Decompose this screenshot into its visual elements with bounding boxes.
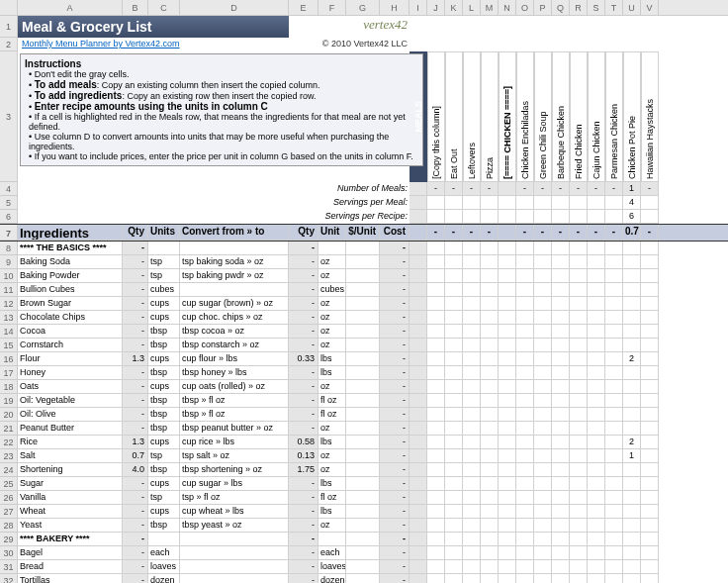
- recipe-amount-cell[interactable]: [641, 505, 659, 519]
- cell-f[interactable]: oz: [318, 463, 346, 477]
- recipe-amount-cell[interactable]: [481, 477, 499, 491]
- row-header[interactable]: 23: [0, 449, 18, 463]
- recipe-amount-cell[interactable]: [427, 477, 445, 491]
- cell-g[interactable]: [346, 519, 380, 533]
- meal-summary-cell[interactable]: -: [427, 182, 445, 196]
- recipe-amount-cell[interactable]: [499, 325, 516, 339]
- cell-d[interactable]: tbsp shortening » oz: [180, 463, 289, 477]
- cell-a[interactable]: Baking Soda: [18, 255, 123, 269]
- recipe-amount-cell[interactable]: [641, 380, 659, 394]
- cell-a[interactable]: Chocolate Chips: [18, 311, 123, 325]
- cell-d[interactable]: tbsp » fl oz: [180, 394, 289, 408]
- recipe-amount-cell[interactable]: [463, 255, 481, 269]
- recipe-amount-cell[interactable]: [463, 533, 481, 546]
- recipe-amount-cell[interactable]: [516, 297, 534, 311]
- cell-a[interactable]: Yeast: [18, 519, 123, 533]
- cell-f[interactable]: oz: [318, 297, 346, 311]
- cell-c[interactable]: tbsp: [148, 422, 180, 436]
- meal-column-header[interactable]: Leftovers: [467, 62, 477, 181]
- cell-d[interactable]: cup oats (rolled) » oz: [180, 380, 289, 394]
- recipe-amount-cell[interactable]: [641, 297, 659, 311]
- cell-a[interactable]: Sugar: [18, 477, 123, 491]
- recipe-amount-cell[interactable]: [463, 311, 481, 325]
- recipe-amount-cell[interactable]: [445, 505, 463, 519]
- cell-c[interactable]: [148, 533, 180, 546]
- cell-a[interactable]: Cornstarch: [18, 339, 123, 352]
- cell-a[interactable]: Vanilla: [18, 491, 123, 505]
- cell-a[interactable]: Rice: [18, 436, 123, 449]
- cell-f[interactable]: lbs: [318, 436, 346, 449]
- recipe-amount-cell[interactable]: [427, 505, 445, 519]
- recipe-amount-cell[interactable]: [499, 366, 516, 380]
- recipe-amount-cell[interactable]: [516, 352, 534, 366]
- recipe-amount-cell[interactable]: [481, 297, 499, 311]
- cell-a[interactable]: Cocoa: [18, 325, 123, 339]
- meal-column-header[interactable]: Pizza: [485, 62, 495, 181]
- recipe-amount-cell[interactable]: [641, 560, 659, 574]
- recipe-amount-cell[interactable]: [534, 505, 552, 519]
- recipe-amount-cell[interactable]: [588, 408, 605, 422]
- cell-c[interactable]: tsp: [148, 269, 180, 283]
- recipe-amount-cell[interactable]: [570, 325, 588, 339]
- row-header[interactable]: 31: [0, 560, 18, 574]
- recipe-amount-cell[interactable]: [570, 255, 588, 269]
- row-header[interactable]: 2: [0, 38, 18, 51]
- recipe-amount-cell[interactable]: [588, 297, 605, 311]
- recipe-amount-cell[interactable]: [588, 533, 605, 546]
- ingredient-header-g[interactable]: $/Unit: [346, 225, 380, 241]
- recipe-amount-cell[interactable]: [481, 533, 499, 546]
- recipe-amount-cell[interactable]: [445, 519, 463, 533]
- recipe-amount-cell[interactable]: [534, 352, 552, 366]
- recipe-amount-cell[interactable]: [445, 436, 463, 449]
- recipe-amount-cell[interactable]: [481, 519, 499, 533]
- recipe-amount-cell[interactable]: [516, 366, 534, 380]
- recipe-amount-cell[interactable]: [427, 449, 445, 463]
- recipe-amount-cell[interactable]: [605, 352, 623, 366]
- recipe-amount-cell[interactable]: [463, 449, 481, 463]
- recipe-amount-cell[interactable]: [588, 436, 605, 449]
- cell-c[interactable]: cups: [148, 505, 180, 519]
- recipe-amount-cell[interactable]: [534, 449, 552, 463]
- recipe-amount-cell[interactable]: [534, 366, 552, 380]
- recipe-amount-cell[interactable]: [445, 422, 463, 436]
- recipe-amount-cell[interactable]: [427, 311, 445, 325]
- cell-c[interactable]: cups: [148, 380, 180, 394]
- meal-summary-cell[interactable]: [499, 210, 516, 224]
- recipe-amount-cell[interactable]: [570, 352, 588, 366]
- recipe-amount-cell[interactable]: [445, 380, 463, 394]
- recipe-amount-cell[interactable]: [445, 255, 463, 269]
- recipe-amount-cell[interactable]: [481, 560, 499, 574]
- recipe-amount-cell[interactable]: [481, 242, 499, 255]
- recipe-amount-cell[interactable]: [463, 574, 481, 583]
- row-header[interactable]: 14: [0, 325, 18, 339]
- row-header[interactable]: 18: [0, 380, 18, 394]
- cell-d[interactable]: [180, 560, 289, 574]
- recipe-amount-cell[interactable]: [499, 449, 516, 463]
- recipe-amount-cell[interactable]: [641, 352, 659, 366]
- recipe-amount-cell[interactable]: [445, 366, 463, 380]
- cell-f[interactable]: oz: [318, 325, 346, 339]
- col-header[interactable]: J: [427, 0, 445, 15]
- recipe-amount-cell[interactable]: [534, 255, 552, 269]
- recipe-amount-cell[interactable]: [445, 574, 463, 583]
- recipe-amount-cell[interactable]: [623, 325, 641, 339]
- recipe-amount-cell[interactable]: [552, 505, 570, 519]
- recipe-amount-cell[interactable]: [641, 533, 659, 546]
- recipe-amount-cell[interactable]: [499, 519, 516, 533]
- recipe-amount-cell[interactable]: [552, 311, 570, 325]
- recipe-amount-cell[interactable]: [623, 283, 641, 297]
- recipe-amount-cell[interactable]: [516, 394, 534, 408]
- cell-f[interactable]: fl oz: [318, 491, 346, 505]
- recipe-amount-cell[interactable]: [623, 408, 641, 422]
- recipe-amount-cell[interactable]: [516, 505, 534, 519]
- meal-summary-cell[interactable]: -: [552, 182, 570, 196]
- recipe-amount-cell[interactable]: [427, 255, 445, 269]
- recipe-amount-cell[interactable]: [534, 463, 552, 477]
- cell-g[interactable]: [346, 422, 380, 436]
- cell-d[interactable]: [180, 283, 289, 297]
- recipe-amount-cell[interactable]: [463, 297, 481, 311]
- recipe-amount-cell[interactable]: [570, 408, 588, 422]
- recipe-amount-cell[interactable]: [641, 394, 659, 408]
- meal-summary-cell[interactable]: -: [445, 182, 463, 196]
- recipe-amount-cell[interactable]: [481, 436, 499, 449]
